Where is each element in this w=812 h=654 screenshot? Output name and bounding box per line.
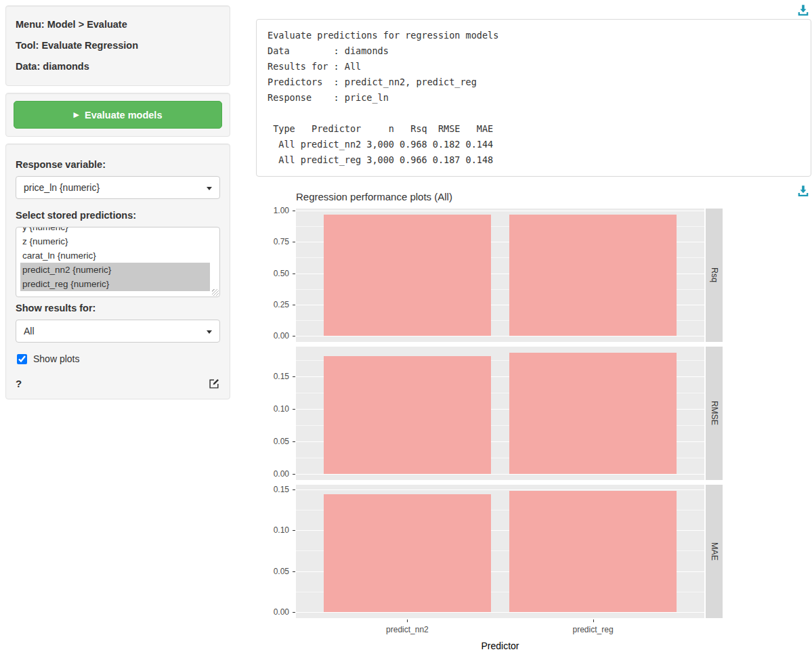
show-plots-checkbox[interactable] — [17, 354, 27, 364]
sidebar: Menu: Model > Evaluate Tool: Evaluate Re… — [5, 5, 230, 406]
response-variable-label: Response variable: — [16, 159, 220, 170]
y-tick-label: 0.10 — [256, 404, 289, 414]
y-tick-mark — [293, 571, 295, 572]
y-tick-mark — [293, 376, 295, 377]
predictions-listbox[interactable]: y {numeric}z {numeric}carat_ln {numeric}… — [16, 227, 220, 297]
main-panel: Evaluate predictions for regression mode… — [256, 0, 811, 654]
help-link[interactable]: ? — [16, 378, 22, 389]
plot-area: 0.000.250.500.751.00Rsq0.000.050.100.15R… — [256, 209, 811, 654]
x-tick-label: predict_reg — [553, 625, 634, 634]
gridline-major — [296, 612, 704, 613]
y-tick-label: 0.10 — [256, 525, 289, 536]
gridline-major — [296, 474, 704, 475]
y-tick-mark — [293, 489, 295, 490]
bar-predict_reg-mae — [509, 491, 677, 612]
y-tick-label: 0.05 — [256, 567, 289, 577]
bar-predict_reg-rmse — [509, 353, 677, 474]
facet-panel-mae — [296, 485, 704, 618]
y-tick-mark — [293, 612, 295, 613]
bar-predict_nn2-rsq — [324, 215, 491, 336]
facet-strip-rsq: Rsq — [706, 209, 723, 342]
list-item[interactable]: predict_nn2 {numeric} — [20, 263, 210, 277]
chevron-down-icon — [207, 330, 212, 334]
y-tick-mark — [293, 242, 295, 242]
y-tick-mark — [293, 530, 295, 531]
x-axis-title: Predictor — [296, 640, 704, 651]
facet-strip-mae: MAE — [706, 485, 723, 618]
response-variable-value: price_ln {numeric} — [24, 182, 100, 193]
y-tick-mark — [293, 211, 295, 211]
menu-breadcrumb: Menu: Model > Evaluate — [16, 14, 220, 35]
play-icon: ▶ — [74, 111, 79, 118]
facet-panel-rmse — [296, 347, 704, 480]
facet-strip-label: RMSE — [710, 401, 719, 425]
x-tick-mark — [593, 619, 594, 622]
x-tick-label: predict_nn2 — [366, 625, 448, 634]
info-panel: Menu: Model > Evaluate Tool: Evaluate Re… — [5, 5, 230, 86]
y-tick-mark — [293, 474, 295, 475]
list-item[interactable]: z {numeric} — [20, 234, 219, 248]
bar-predict_reg-rsq — [509, 215, 677, 336]
y-tick-mark — [293, 409, 295, 410]
show-results-select[interactable]: All — [16, 320, 220, 343]
input-panel: Response variable: price_ln {numeric} Se… — [5, 144, 230, 399]
download-plot-icon[interactable] — [797, 185, 809, 197]
facet-panel-rsq — [296, 209, 704, 342]
y-tick-label: 0.15 — [256, 372, 289, 382]
show-plots-label: Show plots — [33, 353, 79, 364]
list-item[interactable]: predict_reg {numeric} — [20, 277, 210, 291]
predictions-label: Select stored predictions: — [16, 210, 220, 221]
facet-strip-label: Rsq — [710, 267, 719, 282]
y-tick-label: 0.00 — [256, 331, 289, 341]
chart-title: Regression performance plots (All) — [296, 185, 452, 202]
predictions-list: y {numeric}z {numeric}carat_ln {numeric}… — [16, 227, 219, 291]
bar-predict_nn2-mae — [324, 494, 491, 612]
list-item[interactable]: carat_ln {numeric} — [20, 248, 219, 263]
download-summary-icon[interactable] — [797, 4, 809, 16]
response-variable-select[interactable]: price_ln {numeric} — [16, 176, 220, 199]
chart-header: Regression performance plots (All) — [256, 185, 811, 205]
y-tick-label: 0.00 — [256, 469, 289, 479]
facet-strip-rmse: RMSE — [706, 347, 723, 480]
show-plots-row: Show plots — [17, 353, 220, 364]
summary-output: Evaluate predictions for regression mode… — [268, 28, 800, 168]
edit-report-icon[interactable] — [209, 378, 220, 389]
resize-grip[interactable] — [212, 289, 219, 296]
y-tick-label: 1.00 — [256, 206, 289, 216]
action-panel: ▶ Evaluate models — [5, 93, 230, 137]
y-tick-label: 0.50 — [256, 269, 289, 279]
evaluate-models-label: Evaluate models — [85, 110, 162, 121]
y-tick-label: 0.00 — [256, 607, 289, 617]
gridline-major — [296, 336, 704, 336]
bar-predict_nn2-rmse — [324, 356, 491, 474]
y-tick-label: 0.15 — [256, 485, 289, 495]
y-tick-mark — [293, 305, 295, 305]
y-tick-label: 0.05 — [256, 437, 289, 447]
y-tick-mark — [293, 336, 295, 336]
tool-name: Tool: Evaluate Regression — [16, 35, 220, 56]
list-item[interactable]: y {numeric} — [20, 227, 219, 234]
facet-strip-label: MAE — [710, 542, 719, 561]
show-results-label: Show results for: — [16, 303, 220, 313]
gridline-major — [296, 489, 704, 490]
summary-output-box: Evaluate predictions for regression mode… — [256, 19, 811, 177]
y-tick-label: 0.75 — [256, 237, 289, 247]
y-tick-label: 0.25 — [256, 300, 289, 310]
y-tick-mark — [293, 274, 295, 274]
chevron-down-icon — [207, 187, 212, 190]
panel-footer: ? — [16, 378, 220, 389]
y-tick-mark — [293, 441, 295, 442]
summary-toolbar — [256, 0, 811, 19]
show-results-value: All — [24, 326, 35, 336]
dataset-name: Data: diamonds — [16, 56, 220, 77]
x-tick-mark — [407, 619, 408, 622]
evaluate-models-button[interactable]: ▶ Evaluate models — [14, 101, 222, 129]
gridline-major — [296, 211, 704, 211]
